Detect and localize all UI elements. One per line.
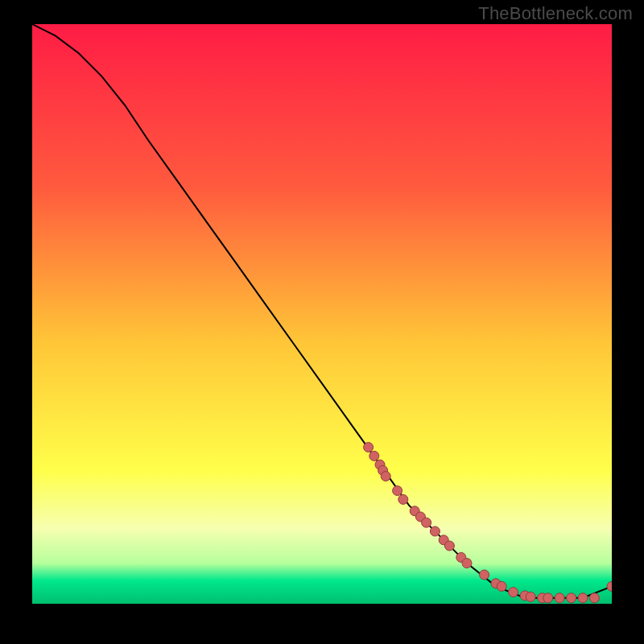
data-point xyxy=(607,581,612,591)
data-point xyxy=(444,541,454,551)
chart-svg xyxy=(32,24,612,604)
data-point xyxy=(422,518,431,527)
data-point xyxy=(381,472,390,481)
data-point xyxy=(509,588,518,597)
data-point xyxy=(364,443,374,452)
data-point xyxy=(543,593,553,603)
data-point xyxy=(393,486,402,496)
data-point xyxy=(526,592,535,601)
data-point xyxy=(497,581,506,591)
plot-area xyxy=(32,24,612,604)
data-point xyxy=(480,570,489,580)
bottleneck-curve xyxy=(32,24,612,598)
chart-root: TheBottleneck.com xyxy=(0,0,644,644)
data-point xyxy=(578,593,588,603)
data-point xyxy=(555,593,564,603)
data-point xyxy=(398,494,408,504)
watermark-text: TheBottleneck.com xyxy=(478,3,633,24)
data-point xyxy=(430,526,440,536)
data-point xyxy=(589,593,599,603)
data-point xyxy=(462,559,472,568)
data-point xyxy=(369,451,379,460)
data-point xyxy=(567,593,576,603)
